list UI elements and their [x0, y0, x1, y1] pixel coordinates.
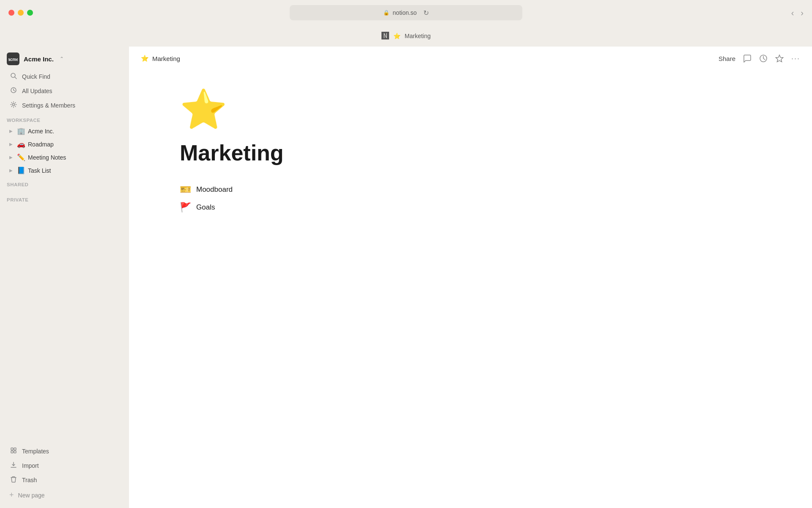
reload-icon[interactable]: ↻: [423, 9, 429, 17]
link-item-moodboard[interactable]: 🎫 Moodboard: [180, 182, 778, 197]
page-breadcrumb: ⭐ Marketing: [141, 55, 714, 62]
history-button[interactable]: [759, 54, 768, 63]
svg-line-6: [14, 90, 15, 91]
roadmap-icon: 🚗: [17, 140, 25, 148]
task-list-label: Task List: [28, 167, 51, 174]
search-icon: [9, 72, 18, 81]
acme-inc-label: Acme Inc.: [28, 128, 54, 135]
sidebar-item-trash[interactable]: Trash: [3, 473, 126, 487]
sidebar-item-settings[interactable]: Settings & Members: [3, 99, 126, 112]
window-buttons: [8, 10, 33, 16]
sidebar-item-quick-find[interactable]: Quick Find: [3, 70, 126, 83]
favorite-button[interactable]: [775, 54, 784, 63]
acme-inc-icon: 🏢: [17, 127, 25, 135]
svg-rect-8: [11, 448, 13, 450]
tab-bar: 🅽 ⭐ Marketing: [381, 25, 431, 47]
quick-find-label: Quick Find: [22, 73, 50, 80]
tree-arrow-icon: ▶: [8, 129, 14, 133]
tab-favicon: 🅽: [381, 32, 389, 41]
workspace-section-label: WORKSPACE: [0, 113, 129, 124]
back-button[interactable]: ‹: [791, 8, 794, 18]
svg-point-7: [13, 104, 15, 106]
page-title-main: Marketing: [180, 140, 778, 166]
settings-icon: [9, 101, 18, 110]
moodboard-emoji-icon: 🎫: [180, 184, 191, 195]
roadmap-label: Roadmap: [28, 141, 54, 148]
titlebar-top: 🔒 notion.so ↻ ‹ ›: [0, 0, 812, 25]
tab-title: Marketing: [405, 33, 431, 39]
page-icon-large: ⭐: [180, 87, 778, 132]
templates-icon: [9, 447, 18, 456]
page-header-icon: ⭐: [141, 55, 149, 62]
sidebar-item-meeting-notes[interactable]: ▶ ✏️ Meeting Notes: [3, 151, 126, 163]
sidebar-item-import[interactable]: Import: [3, 459, 126, 472]
svg-rect-9: [14, 448, 16, 450]
trash-icon: [9, 476, 18, 484]
private-section-label: PRIVATE: [0, 192, 129, 204]
maximize-button[interactable]: [27, 10, 33, 16]
titlebar: 🔒 notion.so ↻ ‹ › 🅽 ⭐ Marketing: [0, 0, 812, 47]
address-bar[interactable]: 🔒 notion.so ↻: [290, 5, 522, 20]
svg-line-3: [15, 77, 16, 79]
meeting-notes-icon: ✏️: [17, 153, 25, 161]
moodboard-link[interactable]: Moodboard: [196, 185, 233, 194]
workspace-chevron-icon: ⌃: [60, 56, 64, 62]
all-updates-label: All Updates: [22, 88, 52, 94]
workspace-header[interactable]: acme Acme Inc. ⌃: [0, 47, 129, 69]
meeting-notes-label: Meeting Notes: [28, 154, 66, 161]
goals-link[interactable]: Goals: [196, 203, 215, 212]
svg-rect-11: [14, 451, 16, 453]
sidebar-item-acme-inc[interactable]: ▶ 🏢 Acme Inc.: [3, 125, 126, 137]
clock-icon: [9, 87, 18, 95]
import-icon: [9, 461, 18, 470]
import-label: Import: [22, 462, 39, 469]
header-actions: Share ···: [719, 54, 800, 63]
shared-section-label: SHARED: [0, 177, 129, 189]
templates-label: Templates: [22, 448, 49, 455]
svg-text:acme: acme: [8, 57, 18, 62]
forward-button[interactable]: ›: [801, 8, 804, 18]
new-page-label: New page: [18, 492, 45, 499]
tab-star-icon: ⭐: [393, 33, 401, 39]
goals-emoji-icon: 🚩: [180, 202, 191, 213]
sidebar-item-task-list[interactable]: ▶ 📘 Task List: [3, 164, 126, 177]
link-item-goals[interactable]: 🚩 Goals: [180, 200, 778, 215]
nav-buttons: ‹ ›: [791, 8, 804, 18]
minimize-button[interactable]: [18, 10, 24, 16]
sidebar: acme Acme Inc. ⌃ Quick Find: [0, 47, 129, 508]
lock-icon: 🔒: [383, 10, 390, 16]
svg-rect-10: [11, 451, 13, 453]
more-button[interactable]: ···: [791, 54, 800, 63]
new-page-button[interactable]: + New page: [3, 487, 126, 503]
workspace-name: Acme Inc.: [24, 55, 54, 63]
content-area: ⭐ Marketing Share: [129, 47, 812, 508]
task-list-icon: 📘: [17, 166, 25, 174]
sidebar-item-all-updates[interactable]: All Updates: [3, 84, 126, 98]
content-header: ⭐ Marketing Share: [129, 47, 812, 70]
page-header-title: Marketing: [152, 55, 180, 62]
url-text: notion.so: [393, 9, 417, 16]
svg-marker-15: [776, 55, 783, 62]
comment-button[interactable]: [743, 54, 752, 63]
share-button[interactable]: Share: [719, 55, 735, 62]
close-button[interactable]: [8, 10, 14, 16]
sidebar-item-templates[interactable]: Templates: [3, 444, 126, 458]
main-layout: acme Acme Inc. ⌃ Quick Find: [0, 47, 812, 508]
content-body: ⭐ Marketing 🎫 Moodboard 🚩 Goals: [129, 70, 812, 508]
tree-arrow-icon: ▶: [8, 142, 14, 146]
tree-arrow-icon: ▶: [8, 155, 14, 160]
new-page-plus-icon: +: [9, 491, 14, 500]
settings-label: Settings & Members: [22, 102, 75, 109]
workspace-logo: acme: [7, 52, 19, 65]
sidebar-item-roadmap[interactable]: ▶ 🚗 Roadmap: [3, 138, 126, 150]
tree-arrow-icon: ▶: [8, 168, 14, 173]
trash-label: Trash: [22, 477, 37, 483]
